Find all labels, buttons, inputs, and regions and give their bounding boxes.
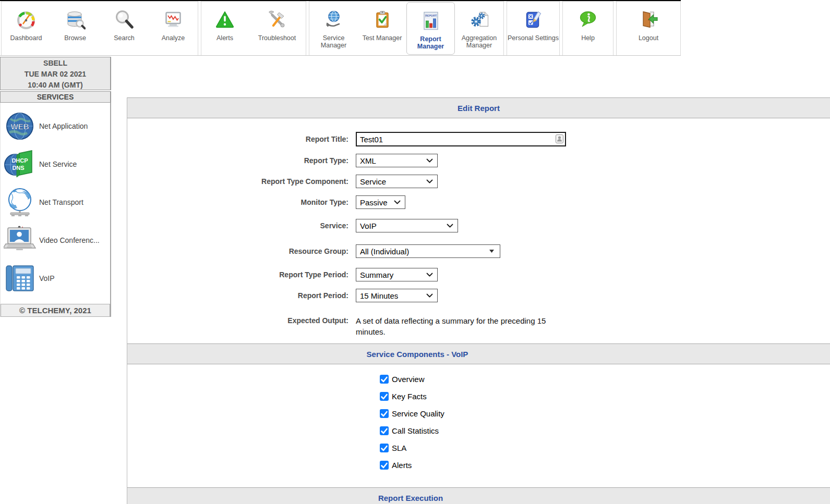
sidebar-item-voip[interactable]: VoIP (1, 259, 110, 297)
tools-icon (267, 8, 287, 32)
service-quality-checkbox[interactable] (380, 409, 389, 418)
globe-service-icon (323, 8, 344, 32)
toolbar-item-dashboard[interactable]: Dashboard (2, 2, 51, 56)
copyright-notice: © TELCHEMY, 2021 (1, 304, 110, 317)
chevron-down-icon (426, 293, 433, 298)
svg-text:WEB: WEB (11, 122, 29, 131)
report-type-period-label: Report Type Period: (127, 269, 356, 280)
toolbar-item-label: Troubleshoot (248, 35, 306, 42)
chart-board-icon (163, 8, 184, 32)
report-execution-header-bar: Report Execution (127, 487, 830, 504)
toolbar-item-service-manager[interactable]: Service Manager (309, 2, 358, 56)
sidebar-item-label: Video Conferenc... (39, 236, 100, 244)
checkbox-label: Alerts (392, 461, 412, 470)
sidebar-item-label: Net Service (39, 160, 77, 168)
database-search-icon (65, 8, 86, 32)
checkbox-label: SLA (392, 444, 406, 452)
report-execution-title: Report Execution (127, 494, 694, 502)
service-select[interactable]: VoIP (356, 219, 458, 232)
svg-text:DHCP: DHCP (11, 157, 28, 164)
toolbar-group-logout: Logout (616, 1, 681, 55)
report-period-label: Report Period: (127, 290, 356, 301)
report-period-select[interactable]: 15 Minutes (356, 289, 438, 302)
toolbar-item-label: Browse (51, 35, 100, 42)
report-title-input[interactable] (356, 132, 566, 146)
toolbar-item-label: Logout (617, 35, 680, 42)
report-title-label: Report Title: (127, 134, 356, 145)
component-row-sla: SLA (380, 444, 830, 452)
settings-checklist-icon (523, 8, 544, 32)
resource-group-row: Resource Group: All (Individual) (127, 244, 830, 258)
sidebar: SBELL TUE MAR 02 2021 10:40 AM (GMT) SER… (0, 57, 111, 317)
sidebar-item-net-application[interactable]: WEB Net Application (1, 107, 110, 145)
logout-door-icon (638, 8, 659, 32)
report-type-component-row: Report Type Component: Service (127, 175, 830, 188)
service-row: Service: VoIP (127, 219, 830, 232)
toolbar-item-help[interactable]: Help (563, 2, 613, 56)
report-type-row: Report Type: XML (127, 154, 830, 167)
toolbar-item-browse[interactable]: Browse (51, 2, 100, 56)
resource-group-select[interactable]: All (Individual) (356, 244, 500, 258)
clipboard-check-icon (372, 8, 393, 32)
toolbar-group-alerts: Alerts Troubleshoot (201, 1, 306, 55)
sidebar-item-net-transport[interactable]: Net Transport (1, 183, 110, 221)
component-row-service-quality: Service Quality (380, 409, 830, 418)
monitor-type-label: Monitor Type: (127, 197, 356, 208)
toolbar-item-test-manager[interactable]: Test Manager (358, 2, 406, 56)
sidebar-item-label: Net Application (39, 122, 88, 130)
current-date: TUE MAR 02 2021 (1, 69, 110, 80)
call-statistics-checkbox[interactable] (380, 426, 389, 435)
host-name: SBELL (1, 58, 110, 69)
report-type-component-select[interactable]: Service (356, 175, 438, 188)
sidebar-item-net-service[interactable]: DHCP DNS Net Service (1, 145, 110, 183)
triangle-down-icon (489, 250, 494, 253)
autofill-icon[interactable] (556, 134, 563, 143)
toolbar-item-label: Search (100, 35, 149, 42)
toolbar-item-label: Help (563, 35, 613, 42)
monitor-type-row: Monitor Type: Passive (127, 195, 830, 209)
toolbar-group-main: Dashboard Browse (1, 1, 198, 55)
toolbar-item-personal-settings[interactable]: Personal Settings (507, 2, 559, 56)
toolbar-item-search[interactable]: Search (100, 2, 149, 56)
sla-checkbox[interactable] (380, 444, 389, 452)
toolbar-item-label: Aggregation Manager (455, 35, 503, 49)
toolbar-item-aggregation-manager[interactable]: Aggregation Manager (455, 2, 503, 56)
report-title-row: Report Title: (127, 132, 830, 146)
service-components-title: Service Components - VoIP (127, 350, 707, 359)
toolbar-item-label: Report Manager (407, 36, 454, 50)
services-header: SERVICES (0, 91, 111, 103)
report-type-label: Report Type: (127, 155, 356, 166)
report-type-period-row: Report Type Period: Summary (127, 268, 830, 281)
toolbar-item-analyze[interactable]: Analyze (149, 2, 198, 56)
toolbar-item-report-manager[interactable]: REPORT Report Manager (406, 2, 455, 55)
alert-triangle-icon (214, 8, 235, 32)
sidebar-item-label: Net Transport (39, 198, 83, 206)
web-globe-icon: WEB (1, 112, 39, 141)
chevron-down-icon (394, 200, 401, 204)
voip-phone-icon (1, 264, 39, 293)
checkbox-label: Service Quality (392, 409, 444, 418)
toolbar-item-troubleshoot[interactable]: Troubleshoot (248, 2, 306, 56)
monitor-type-select[interactable]: Passive (356, 195, 405, 209)
expected-output-label: Expected Output: (127, 315, 356, 326)
chevron-down-icon (426, 273, 433, 277)
page-title: Edit Report (127, 104, 830, 113)
alerts-checkbox[interactable] (380, 461, 389, 470)
chevron-down-icon (426, 158, 433, 163)
sidebar-item-video-conferencing[interactable]: Video Conferenc... (1, 221, 110, 259)
toolbar-item-alerts[interactable]: Alerts (201, 2, 248, 56)
toolbar-group-settings: Personal Settings (507, 1, 560, 55)
report-type-select[interactable]: XML (356, 154, 438, 167)
dashboard-gauge-icon (16, 8, 37, 32)
report-type-period-select[interactable]: Summary (356, 268, 438, 281)
main-content: Edit Report Report Title: Re (127, 97, 830, 504)
overview-checkbox[interactable] (380, 375, 389, 384)
key-facts-checkbox[interactable] (380, 392, 389, 401)
toolbar-item-label: Service Manager (309, 35, 358, 49)
component-row-key-facts: Key Facts (380, 392, 830, 401)
toolbar-item-logout[interactable]: Logout (617, 2, 680, 56)
checkbox-label: Call Statistics (392, 426, 439, 435)
video-conference-icon (1, 226, 39, 255)
services-list: WEB Net Application DHCP DNS Net Service (0, 103, 111, 317)
host-info: SBELL TUE MAR 02 2021 10:40 AM (GMT) (0, 57, 111, 90)
